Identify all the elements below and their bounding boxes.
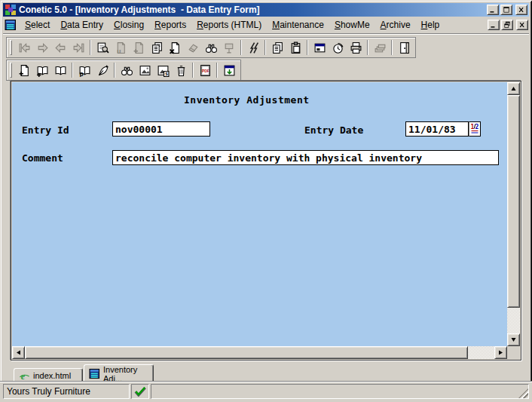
resize-grip[interactable]	[518, 388, 528, 398]
vertical-scroll-thumb[interactable]	[507, 95, 520, 308]
green-checkmark-icon	[133, 386, 147, 397]
delete-entry-button[interactable]	[172, 61, 190, 79]
toolbar-separator	[367, 40, 368, 55]
exit-door-icon	[398, 41, 411, 54]
form-window-icon[interactable]	[5, 19, 17, 31]
binoculars-icon	[205, 41, 218, 54]
delete-record-button[interactable]	[166, 38, 184, 57]
entry-date-input[interactable]	[405, 121, 469, 137]
form-view-button[interactable]	[310, 38, 329, 57]
toolbar-main: u	[6, 37, 416, 58]
minimize-icon	[489, 21, 498, 29]
menu-showme[interactable]: ShowMe	[329, 18, 375, 32]
menu-reports[interactable]: Reports	[149, 18, 191, 32]
open-entry-add-button[interactable]	[33, 61, 51, 79]
close-button[interactable]	[515, 5, 527, 15]
quill-pen-icon	[96, 64, 109, 77]
menu-closing[interactable]: Closing	[109, 18, 149, 32]
clear-form-button[interactable]	[184, 38, 202, 57]
arrow-last-icon	[72, 41, 85, 54]
menu-data-entry[interactable]: Data Entry	[55, 18, 109, 32]
go-last-record-button[interactable]	[69, 38, 87, 57]
toolbar-separator	[307, 40, 308, 55]
mdi-minimize-button[interactable]	[488, 20, 500, 30]
date-picker-button[interactable]: 12	[469, 121, 481, 137]
open-entry-post-button[interactable]: p	[75, 61, 93, 79]
scroll-right-button[interactable]	[494, 346, 507, 359]
query-records-button[interactable]	[93, 38, 112, 57]
paste-button[interactable]	[286, 38, 304, 57]
toolbar-grip[interactable]	[10, 40, 12, 55]
go-next-record-button[interactable]	[33, 38, 51, 57]
export-pdf-button[interactable]: PDF	[196, 61, 214, 79]
entry-id-input[interactable]	[112, 121, 210, 137]
horizontal-scroll-thumb[interactable]	[25, 346, 468, 359]
minimize-button[interactable]	[487, 5, 499, 15]
mdi-restore-button[interactable]	[501, 20, 513, 30]
arrow-right-icon	[36, 41, 49, 54]
print-button[interactable]	[347, 38, 365, 57]
edit-entry-button[interactable]	[93, 61, 112, 79]
horizontal-scroll-track[interactable]	[468, 346, 494, 359]
toolbar-grip[interactable]	[10, 63, 12, 78]
add-record-button[interactable]	[130, 38, 148, 57]
scroll-up-button[interactable]	[507, 82, 520, 95]
window-controls	[487, 5, 527, 15]
scrollbar-corner	[507, 346, 520, 359]
triangle-up-icon	[511, 86, 516, 91]
menu-select[interactable]: Select	[20, 18, 55, 32]
update-record-button[interactable]: u	[112, 38, 130, 57]
status-bar: Yours Truly Furniture	[3, 384, 529, 399]
export-data-button[interactable]	[220, 61, 238, 79]
form-window-icon	[89, 368, 100, 379]
clock-icon	[332, 41, 344, 54]
tab-label: index.html	[33, 371, 71, 380]
find-record-button[interactable]	[202, 38, 220, 57]
execute-script-button[interactable]	[244, 38, 262, 57]
lightning-icon	[247, 41, 260, 54]
search-entries-button[interactable]	[118, 61, 136, 79]
vertical-scroll-track[interactable]	[507, 308, 520, 333]
menu-archive[interactable]: Archive	[375, 18, 416, 32]
mdi-window-controls	[488, 20, 528, 30]
mdi-client-area: Inventory Adjustment Entry Id Entry Date…	[3, 81, 529, 363]
toolbar-separator	[216, 63, 218, 78]
minimize-icon	[488, 6, 497, 14]
go-prev-record-button[interactable]	[51, 38, 69, 57]
go-first-record-button[interactable]	[15, 38, 33, 57]
entry-date-label: Entry Date	[304, 124, 363, 136]
status-check-panel	[131, 384, 149, 399]
copy-pages-icon	[151, 41, 164, 54]
comment-input[interactable]	[112, 150, 499, 165]
menu-help[interactable]: Help	[416, 18, 445, 32]
copy-button[interactable]	[268, 38, 286, 57]
new-entry-button[interactable]	[15, 61, 33, 79]
internet-explorer-icon: e	[19, 370, 30, 382]
scroll-down-button[interactable]	[507, 333, 520, 346]
mdi-close-button[interactable]	[516, 20, 528, 30]
toolbar-separator	[240, 40, 242, 55]
refresh-button[interactable]	[329, 38, 347, 57]
menu-reports-html[interactable]: Reports (HTML)	[191, 18, 267, 32]
maximize-button[interactable]	[500, 5, 512, 15]
stack-button[interactable]	[371, 38, 389, 57]
titlebar: Conetic 5.0 - [Inventory Adjustments - D…	[3, 3, 529, 17]
toolbar-separator	[90, 40, 91, 55]
save-image-button[interactable]: s	[154, 61, 172, 79]
open-entry-button[interactable]	[51, 61, 69, 79]
arrow-left-icon	[54, 41, 67, 54]
tab-bar: e index.html Inventory Adj...	[3, 363, 529, 383]
horizontal-scrollbar[interactable]	[12, 346, 507, 359]
menu-maintenance[interactable]: Maintenance	[267, 18, 329, 32]
vertical-scrollbar[interactable]	[507, 82, 520, 346]
scroll-left-button[interactable]	[12, 346, 25, 359]
company-name: Yours Truly Furniture	[7, 386, 90, 397]
copy-record-button[interactable]	[148, 38, 166, 57]
page-x-icon	[169, 41, 182, 54]
view-image-button[interactable]	[136, 61, 154, 79]
exit-button[interactable]	[395, 38, 413, 57]
application-window: Conetic 5.0 - [Inventory Adjustments - D…	[0, 0, 532, 402]
flag-record-button[interactable]	[220, 38, 238, 57]
tab-label: Inventory Adj...	[103, 365, 148, 383]
toolbar-separator	[72, 63, 73, 78]
